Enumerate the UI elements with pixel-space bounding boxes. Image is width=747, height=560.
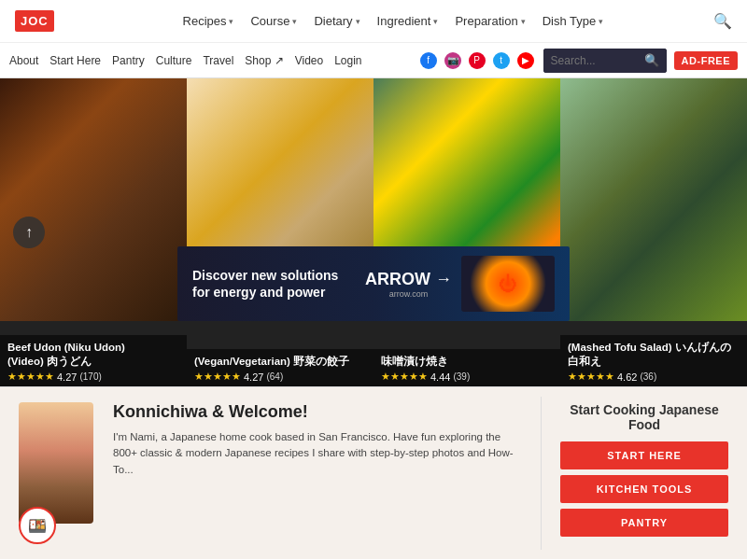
nav-shop[interactable]: Shop ↗	[245, 54, 283, 67]
nav-recipes[interactable]: Recipes ▾	[177, 10, 240, 32]
food-card-2-rating: ★★★★★ 4.27 (64)	[194, 371, 366, 383]
social-links: f 📷 P t ▶	[420, 52, 534, 69]
pinterest-icon[interactable]: P	[469, 52, 486, 69]
twitter-icon[interactable]: t	[493, 52, 510, 69]
nav-about[interactable]: About	[9, 54, 38, 67]
nav-dish-type[interactable]: Dish Type ▾	[537, 10, 610, 32]
site-logo[interactable]: JOC	[15, 10, 54, 32]
secondary-navigation: About Start Here Pantry Culture Travel S…	[0, 43, 747, 78]
rating-value: 4.44	[430, 371, 450, 383]
nav-travel[interactable]: Travel	[203, 54, 233, 67]
nav-course[interactable]: Course ▾	[245, 10, 303, 32]
search-bar: 🔍	[543, 49, 667, 73]
secondary-nav-links: About Start Here Pantry Culture Travel S…	[9, 54, 411, 67]
ad-text: Discover new solutionsfor energy and pow…	[192, 267, 354, 301]
start-here-button[interactable]: START HERE	[560, 441, 728, 469]
food-card-2-title: (Vegan/Vegetarian) 野菜の餃子	[194, 355, 366, 369]
youtube-icon[interactable]: ▶	[517, 52, 534, 69]
search-input[interactable]	[543, 49, 637, 73]
rating-value: 4.27	[57, 371, 77, 383]
food-card-1-rating: ★★★★★ 4.27 (170)	[7, 371, 179, 383]
start-cooking-title: Start Cooking Japanese Food	[560, 402, 728, 432]
review-count: (39)	[453, 371, 470, 382]
main-nav-links: Recipes ▾ Course ▾ Dietary ▾ Ingredient …	[73, 10, 713, 32]
stars-icon: ★★★★★	[568, 371, 614, 383]
avatar-image	[19, 402, 93, 524]
hero-section: Beef Udon (Niku Udon)(Video) 肉うどん ★★★★★ …	[0, 78, 747, 386]
ad-image: ⏻	[461, 256, 555, 312]
food-card-3[interactable]: 味噌漬け焼き ★★★★★ 4.44 (39)	[374, 78, 560, 386]
top-navigation: JOC Recipes ▾ Course ▾ Dietary ▾ Ingredi…	[0, 0, 747, 43]
ad-free-button[interactable]: AD-FREE	[674, 51, 738, 70]
review-count: (36)	[640, 371, 656, 382]
review-count: (64)	[266, 371, 283, 382]
food-card-4-rating: ★★★★★ 4.62 (36)	[568, 371, 740, 383]
power-icon: ⏻	[499, 273, 517, 295]
instagram-icon[interactable]: 📷	[444, 52, 461, 69]
rating-value: 4.27	[244, 371, 263, 383]
search-icon[interactable]: 🔍	[713, 12, 732, 30]
stars-icon: ★★★★★	[7, 371, 54, 383]
avatar-area: 🍱	[19, 402, 98, 544]
nav-pantry[interactable]: Pantry	[112, 54, 145, 67]
stars-icon: ★★★★★	[381, 371, 428, 383]
pantry-button[interactable]: PANTRY	[560, 509, 728, 537]
food-card-4-title: (Mashed Tofu Salad) いんげんの白和え	[568, 341, 740, 369]
nav-start-here[interactable]: Start Here	[49, 54, 101, 67]
rating-value: 4.62	[617, 371, 637, 383]
welcome-title: Konnichiwa & Welcome!	[113, 402, 522, 422]
ad-headline: Discover new solutionsfor energy and pow…	[192, 267, 354, 301]
welcome-body: I'm Nami, a Japanese home cook based in …	[113, 429, 522, 478]
stars-icon: ★★★★★	[194, 371, 241, 383]
start-cooking-section: Start Cooking Japanese Food START HERE K…	[542, 387, 747, 559]
nav-login[interactable]: Login	[334, 54, 361, 67]
ad-url: arrow.com	[389, 289, 429, 299]
food-card-3-label: 味噌漬け焼き ★★★★★ 4.44 (39)	[374, 349, 560, 386]
bottom-section: 🍱 Konnichiwa & Welcome! I'm Nami, a Japa…	[0, 386, 747, 559]
scroll-up-button[interactable]: ↑	[13, 217, 45, 248]
food-card-4-label: (Mashed Tofu Salad) いんげんの白和え ★★★★★ 4.62 …	[560, 335, 747, 386]
review-count: (170)	[79, 371, 101, 382]
food-card-4[interactable]: (Mashed Tofu Salad) いんげんの白和え ★★★★★ 4.62 …	[560, 78, 747, 386]
facebook-icon[interactable]: f	[420, 52, 437, 69]
food-card-3-title: 味噌漬け焼き	[381, 355, 553, 369]
food-card-1-label: Beef Udon (Niku Udon)(Video) 肉うどん ★★★★★ …	[0, 335, 187, 386]
welcome-text-block: Konnichiwa & Welcome! I'm Nami, a Japane…	[113, 402, 522, 544]
kitchen-tools-button[interactable]: KITCHEN TOOLS	[560, 475, 728, 503]
advertisement-banner[interactable]: Discover new solutionsfor energy and pow…	[177, 246, 570, 321]
search-submit-button[interactable]: 🔍	[637, 49, 667, 73]
nav-dietary[interactable]: Dietary ▾	[308, 10, 365, 32]
food-card-grid: Beef Udon (Niku Udon)(Video) 肉うどん ★★★★★ …	[0, 78, 747, 386]
food-card-3-rating: ★★★★★ 4.44 (39)	[381, 371, 553, 383]
nav-video[interactable]: Video	[295, 54, 323, 67]
welcome-block: 🍱 Konnichiwa & Welcome! I'm Nami, a Japa…	[0, 387, 541, 559]
food-card-1-title: Beef Udon (Niku Udon)(Video) 肉うどん	[7, 341, 179, 369]
arrow-logo-icon: ARROW →	[365, 270, 452, 289]
ad-logo: ARROW → arrow.com	[365, 270, 452, 299]
food-card-2-label: (Vegan/Vegetarian) 野菜の餃子 ★★★★★ 4.27 (64)	[187, 349, 374, 386]
sushi-logo-icon: 🍱	[19, 507, 56, 544]
nav-preparation[interactable]: Preparation ▾	[449, 10, 530, 32]
nav-ingredient[interactable]: Ingredient ▾	[372, 10, 444, 32]
nav-culture[interactable]: Culture	[156, 54, 192, 67]
food-card-2[interactable]: (Vegan/Vegetarian) 野菜の餃子 ★★★★★ 4.27 (64)	[187, 78, 374, 386]
